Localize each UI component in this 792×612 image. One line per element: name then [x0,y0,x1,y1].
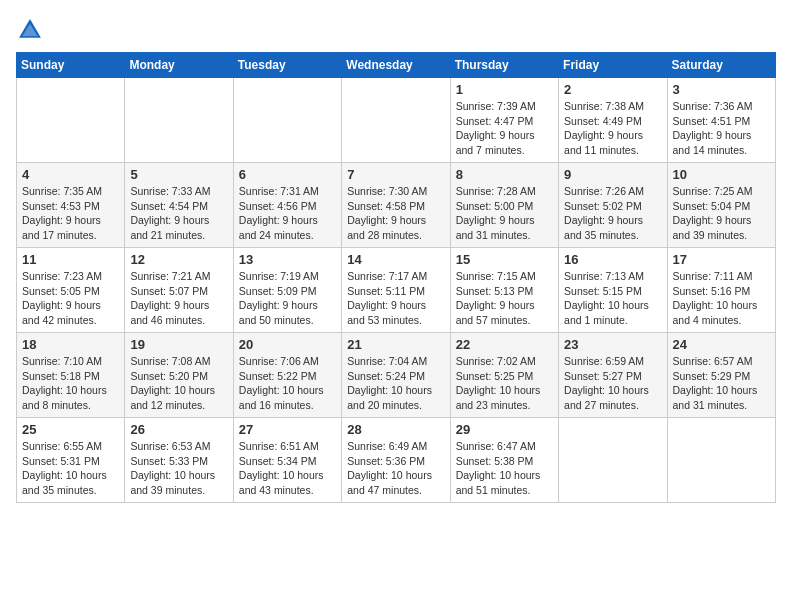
day-info: Sunrise: 7:33 AM Sunset: 4:54 PM Dayligh… [130,184,227,243]
calendar-cell: 4Sunrise: 7:35 AM Sunset: 4:53 PM Daylig… [17,163,125,248]
calendar-cell: 26Sunrise: 6:53 AM Sunset: 5:33 PM Dayli… [125,418,233,503]
day-info: Sunrise: 6:51 AM Sunset: 5:34 PM Dayligh… [239,439,336,498]
day-number: 27 [239,422,336,437]
day-info: Sunrise: 6:49 AM Sunset: 5:36 PM Dayligh… [347,439,444,498]
calendar-cell [125,78,233,163]
calendar-week-row: 1Sunrise: 7:39 AM Sunset: 4:47 PM Daylig… [17,78,776,163]
calendar-cell: 18Sunrise: 7:10 AM Sunset: 5:18 PM Dayli… [17,333,125,418]
logo-icon [16,16,44,44]
calendar-cell: 19Sunrise: 7:08 AM Sunset: 5:20 PM Dayli… [125,333,233,418]
calendar-week-row: 4Sunrise: 7:35 AM Sunset: 4:53 PM Daylig… [17,163,776,248]
day-info: Sunrise: 7:21 AM Sunset: 5:07 PM Dayligh… [130,269,227,328]
calendar-cell: 15Sunrise: 7:15 AM Sunset: 5:13 PM Dayli… [450,248,558,333]
calendar-cell [342,78,450,163]
day-info: Sunrise: 7:17 AM Sunset: 5:11 PM Dayligh… [347,269,444,328]
day-info: Sunrise: 7:35 AM Sunset: 4:53 PM Dayligh… [22,184,119,243]
day-number: 8 [456,167,553,182]
calendar-cell [667,418,775,503]
day-number: 7 [347,167,444,182]
calendar-cell [233,78,341,163]
day-info: Sunrise: 6:57 AM Sunset: 5:29 PM Dayligh… [673,354,770,413]
calendar-week-row: 18Sunrise: 7:10 AM Sunset: 5:18 PM Dayli… [17,333,776,418]
day-number: 4 [22,167,119,182]
weekday-header: Saturday [667,53,775,78]
day-number: 15 [456,252,553,267]
day-info: Sunrise: 6:47 AM Sunset: 5:38 PM Dayligh… [456,439,553,498]
day-number: 24 [673,337,770,352]
weekday-header: Wednesday [342,53,450,78]
day-info: Sunrise: 7:11 AM Sunset: 5:16 PM Dayligh… [673,269,770,328]
logo [16,16,48,44]
day-number: 12 [130,252,227,267]
weekday-header-row: SundayMondayTuesdayWednesdayThursdayFrid… [17,53,776,78]
calendar-cell: 24Sunrise: 6:57 AM Sunset: 5:29 PM Dayli… [667,333,775,418]
day-number: 5 [130,167,227,182]
calendar-cell: 14Sunrise: 7:17 AM Sunset: 5:11 PM Dayli… [342,248,450,333]
day-info: Sunrise: 7:26 AM Sunset: 5:02 PM Dayligh… [564,184,661,243]
day-number: 11 [22,252,119,267]
calendar-cell: 3Sunrise: 7:36 AM Sunset: 4:51 PM Daylig… [667,78,775,163]
calendar-cell: 2Sunrise: 7:38 AM Sunset: 4:49 PM Daylig… [559,78,667,163]
calendar-cell: 28Sunrise: 6:49 AM Sunset: 5:36 PM Dayli… [342,418,450,503]
calendar-cell: 22Sunrise: 7:02 AM Sunset: 5:25 PM Dayli… [450,333,558,418]
calendar-cell: 8Sunrise: 7:28 AM Sunset: 5:00 PM Daylig… [450,163,558,248]
day-info: Sunrise: 6:55 AM Sunset: 5:31 PM Dayligh… [22,439,119,498]
calendar-cell: 9Sunrise: 7:26 AM Sunset: 5:02 PM Daylig… [559,163,667,248]
calendar-cell: 1Sunrise: 7:39 AM Sunset: 4:47 PM Daylig… [450,78,558,163]
day-info: Sunrise: 7:23 AM Sunset: 5:05 PM Dayligh… [22,269,119,328]
day-info: Sunrise: 7:25 AM Sunset: 5:04 PM Dayligh… [673,184,770,243]
calendar-cell: 7Sunrise: 7:30 AM Sunset: 4:58 PM Daylig… [342,163,450,248]
day-info: Sunrise: 7:08 AM Sunset: 5:20 PM Dayligh… [130,354,227,413]
day-number: 16 [564,252,661,267]
calendar-cell: 29Sunrise: 6:47 AM Sunset: 5:38 PM Dayli… [450,418,558,503]
day-info: Sunrise: 7:02 AM Sunset: 5:25 PM Dayligh… [456,354,553,413]
day-info: Sunrise: 7:19 AM Sunset: 5:09 PM Dayligh… [239,269,336,328]
day-number: 25 [22,422,119,437]
calendar-cell: 13Sunrise: 7:19 AM Sunset: 5:09 PM Dayli… [233,248,341,333]
day-number: 9 [564,167,661,182]
calendar-cell [559,418,667,503]
day-number: 22 [456,337,553,352]
day-number: 23 [564,337,661,352]
day-number: 20 [239,337,336,352]
calendar-cell: 21Sunrise: 7:04 AM Sunset: 5:24 PM Dayli… [342,333,450,418]
weekday-header: Sunday [17,53,125,78]
day-info: Sunrise: 7:28 AM Sunset: 5:00 PM Dayligh… [456,184,553,243]
calendar-cell: 27Sunrise: 6:51 AM Sunset: 5:34 PM Dayli… [233,418,341,503]
day-number: 17 [673,252,770,267]
day-info: Sunrise: 7:38 AM Sunset: 4:49 PM Dayligh… [564,99,661,158]
day-info: Sunrise: 7:06 AM Sunset: 5:22 PM Dayligh… [239,354,336,413]
day-number: 10 [673,167,770,182]
calendar-cell: 25Sunrise: 6:55 AM Sunset: 5:31 PM Dayli… [17,418,125,503]
weekday-header: Tuesday [233,53,341,78]
calendar-cell: 17Sunrise: 7:11 AM Sunset: 5:16 PM Dayli… [667,248,775,333]
header-section [16,16,776,44]
day-info: Sunrise: 7:36 AM Sunset: 4:51 PM Dayligh… [673,99,770,158]
day-number: 6 [239,167,336,182]
weekday-header: Monday [125,53,233,78]
calendar-week-row: 25Sunrise: 6:55 AM Sunset: 5:31 PM Dayli… [17,418,776,503]
day-number: 28 [347,422,444,437]
calendar-cell: 11Sunrise: 7:23 AM Sunset: 5:05 PM Dayli… [17,248,125,333]
day-info: Sunrise: 6:53 AM Sunset: 5:33 PM Dayligh… [130,439,227,498]
day-info: Sunrise: 7:13 AM Sunset: 5:15 PM Dayligh… [564,269,661,328]
calendar-cell: 23Sunrise: 6:59 AM Sunset: 5:27 PM Dayli… [559,333,667,418]
calendar-cell [17,78,125,163]
weekday-header: Thursday [450,53,558,78]
day-number: 3 [673,82,770,97]
day-info: Sunrise: 7:04 AM Sunset: 5:24 PM Dayligh… [347,354,444,413]
day-number: 21 [347,337,444,352]
weekday-header: Friday [559,53,667,78]
day-number: 2 [564,82,661,97]
day-info: Sunrise: 7:10 AM Sunset: 5:18 PM Dayligh… [22,354,119,413]
day-number: 26 [130,422,227,437]
day-number: 29 [456,422,553,437]
day-info: Sunrise: 7:30 AM Sunset: 4:58 PM Dayligh… [347,184,444,243]
day-number: 14 [347,252,444,267]
calendar-cell: 16Sunrise: 7:13 AM Sunset: 5:15 PM Dayli… [559,248,667,333]
day-number: 19 [130,337,227,352]
day-info: Sunrise: 7:31 AM Sunset: 4:56 PM Dayligh… [239,184,336,243]
day-number: 1 [456,82,553,97]
day-number: 18 [22,337,119,352]
day-info: Sunrise: 6:59 AM Sunset: 5:27 PM Dayligh… [564,354,661,413]
